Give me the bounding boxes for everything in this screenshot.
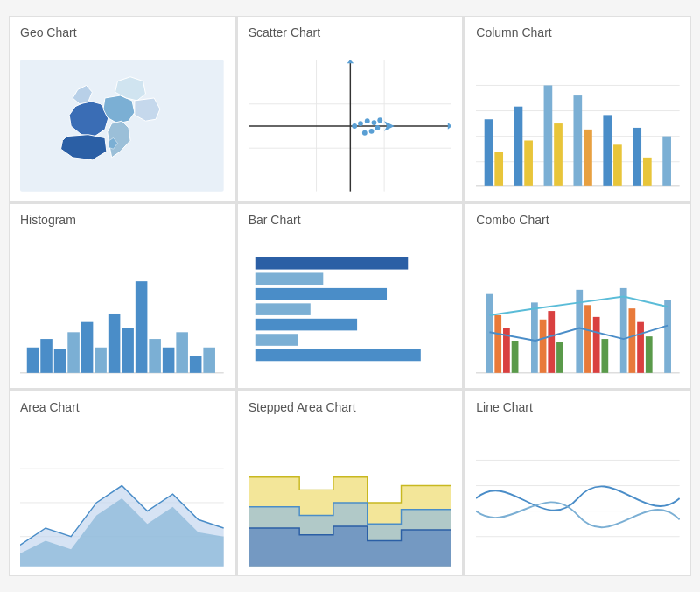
svg-rect-51	[176, 332, 188, 373]
histogram-area	[20, 232, 224, 381]
svg-rect-74	[593, 317, 600, 373]
histogram-title: Histogram	[20, 213, 224, 227]
svg-rect-65	[495, 315, 502, 373]
svg-point-13	[371, 120, 376, 125]
svg-rect-68	[531, 302, 538, 372]
line-chart-card: Line Chart	[466, 391, 690, 575]
svg-rect-67	[512, 341, 519, 373]
svg-rect-33	[604, 115, 612, 185]
area-chart-title: Area Chart	[20, 400, 224, 414]
svg-rect-60	[255, 334, 297, 346]
svg-point-14	[377, 117, 382, 123]
svg-rect-53	[203, 348, 215, 373]
bar-chart-card: Bar Chart	[238, 204, 463, 388]
bar-chart-area	[248, 232, 452, 381]
svg-rect-34	[613, 144, 622, 186]
svg-rect-57	[255, 288, 386, 300]
svg-rect-50	[163, 348, 175, 373]
svg-rect-49	[149, 339, 161, 373]
svg-rect-80	[665, 300, 672, 372]
svg-rect-35	[634, 128, 642, 186]
stepped-area-chart-title: Stepped Area Chart	[248, 400, 452, 414]
svg-rect-40	[27, 348, 39, 373]
column-chart-area	[476, 45, 680, 194]
svg-rect-41	[40, 339, 52, 373]
stepped-area-chart-svg	[248, 433, 452, 568]
column-chart-svg	[476, 58, 680, 194]
scatter-chart-card: Scatter Chart	[238, 17, 463, 201]
svg-point-17	[374, 125, 380, 130]
svg-rect-42	[54, 349, 66, 373]
svg-rect-75	[602, 339, 609, 373]
svg-point-10	[352, 123, 357, 129]
svg-rect-31	[574, 95, 583, 186]
histogram-svg	[20, 245, 224, 381]
svg-rect-28	[525, 140, 534, 185]
svg-point-11	[358, 121, 363, 126]
svg-rect-77	[629, 308, 636, 373]
svg-rect-86	[476, 434, 680, 566]
svg-rect-27	[514, 107, 523, 186]
svg-rect-59	[255, 319, 356, 331]
column-chart-card: Column Chart	[466, 17, 690, 201]
area-chart-svg	[20, 433, 224, 568]
geo-chart-svg	[20, 58, 224, 194]
svg-rect-36	[643, 158, 652, 186]
combo-chart-card: Combo Chart	[466, 204, 690, 388]
svg-rect-76	[620, 288, 627, 373]
area-chart-area	[20, 419, 224, 568]
svg-rect-45	[94, 348, 107, 373]
svg-rect-73	[584, 305, 592, 373]
svg-rect-55	[255, 257, 408, 270]
svg-rect-58	[255, 303, 310, 315]
svg-rect-70	[549, 311, 556, 373]
svg-rect-29	[544, 85, 553, 185]
svg-rect-26	[495, 152, 504, 186]
svg-rect-48	[136, 281, 148, 373]
line-chart-svg	[476, 433, 680, 568]
combo-chart-svg	[476, 245, 680, 381]
svg-rect-78	[638, 322, 645, 373]
svg-rect-32	[584, 130, 592, 186]
chart-grid: Geo Chart	[9, 16, 691, 576]
svg-rect-44	[81, 322, 94, 373]
stepped-area-chart-area	[248, 419, 452, 568]
svg-rect-30	[555, 123, 564, 186]
svg-rect-69	[540, 320, 547, 373]
combo-chart-title: Combo Chart	[476, 213, 680, 227]
bar-chart-svg	[248, 245, 452, 381]
svg-rect-46	[108, 314, 121, 373]
svg-rect-79	[646, 336, 653, 373]
scatter-chart-title: Scatter Chart	[248, 25, 452, 39]
svg-point-15	[368, 129, 374, 134]
column-chart-title: Column Chart	[476, 25, 680, 39]
combo-chart-area	[476, 232, 680, 381]
geo-chart-title: Geo Chart	[20, 25, 224, 39]
svg-rect-43	[67, 332, 80, 373]
geo-chart-card: Geo Chart	[10, 17, 234, 201]
svg-rect-56	[255, 272, 323, 285]
line-chart-title: Line Chart	[476, 400, 680, 414]
svg-rect-71	[556, 342, 564, 373]
geo-chart-area	[20, 45, 224, 194]
scatter-chart-area	[248, 45, 452, 194]
svg-rect-52	[190, 356, 202, 372]
svg-point-16	[362, 130, 368, 136]
svg-rect-25	[485, 119, 494, 186]
line-chart-area	[476, 419, 680, 568]
histogram-card: Histogram	[10, 204, 234, 388]
svg-point-12	[364, 118, 369, 123]
svg-rect-61	[255, 349, 420, 362]
stepped-area-chart-card: Stepped Area Chart	[238, 391, 463, 575]
scatter-chart-svg	[248, 58, 452, 194]
svg-rect-37	[663, 137, 672, 186]
svg-rect-47	[122, 328, 134, 372]
bar-chart-title: Bar Chart	[248, 213, 452, 227]
area-chart-card: Area Chart	[10, 391, 234, 575]
